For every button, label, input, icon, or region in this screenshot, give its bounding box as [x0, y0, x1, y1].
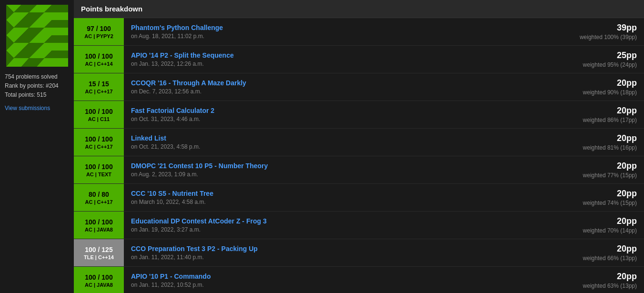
problem-info: CCO Preparation Test 3 P2 - Packing Up o…: [124, 239, 549, 266]
score-block: 100 / 100 AC | C++17: [74, 129, 124, 156]
points-main: 25pp: [617, 51, 637, 61]
sidebar: 754 problems solved Rank by points: #204…: [0, 0, 74, 293]
points-main: 20pp: [617, 189, 637, 199]
points-block: 20pp weighted 70% (14pp): [549, 212, 644, 239]
problems-solved: 754 problems solved: [5, 72, 59, 81]
points-main: 20pp: [617, 216, 637, 226]
problem-name[interactable]: Fast Factorial Calculator 2: [131, 107, 542, 114]
rank: Rank by points: #204: [5, 81, 59, 91]
points-weighted: weighted 95% (24pp): [583, 61, 637, 68]
points-block: 20pp weighted 66% (13pp): [549, 239, 644, 266]
score-fraction: 80 / 80: [89, 191, 109, 198]
table-row: 100 / 100 AC | JAVA8 APIO '10 P1 - Comma…: [74, 267, 644, 293]
points-block: 20pp weighted 74% (15pp): [549, 184, 644, 211]
score-block: 100 / 100 AC | C++14: [74, 46, 124, 73]
score-lang: AC | C++17: [85, 89, 112, 94]
points-block: 20pp weighted 86% (17pp): [549, 101, 644, 128]
points-main: 20pp: [617, 106, 637, 116]
problem-name[interactable]: APIO '14 P2 - Split the Sequence: [131, 51, 542, 59]
score-block: 100 / 100 AC | TEXT: [74, 156, 124, 183]
problem-name[interactable]: CCOQR '16 - Through A Maze Darkly: [131, 79, 542, 87]
table-row: 100 / 100 AC | C++14 APIO '14 P2 - Split…: [74, 46, 644, 73]
table-row: 97 / 100 AC | PYPY2 Phantom's Python Cha…: [74, 18, 644, 46]
points-block: 20pp weighted 90% (18pp): [549, 73, 644, 101]
score-lang: AC | JAVA8: [85, 282, 113, 288]
points-main: 20pp: [617, 161, 637, 171]
score-fraction: 100 / 125: [85, 246, 112, 253]
score-lang: AC | PYPY2: [84, 33, 113, 39]
problem-info: APIO '14 P2 - Split the Sequence on Jan.…: [124, 46, 549, 73]
score-fraction: 100 / 100: [85, 218, 112, 226]
points-weighted: weighted 63% (13pp): [583, 283, 637, 289]
points-block: 39pp weighted 100% (39pp): [549, 18, 644, 45]
problem-date: on Oct. 21, 2023, 4:58 p.m.: [131, 143, 542, 150]
view-submissions-link[interactable]: View submissions: [5, 105, 50, 111]
points-main: 20pp: [617, 133, 637, 143]
score-lang: AC | C++17: [85, 199, 112, 205]
table-row: 100 / 100 AC | C11 Fast Factorial Calcul…: [74, 101, 644, 129]
main-content: Points breakdown 97 / 100 AC | PYPY2 Pha…: [74, 0, 644, 293]
section-header: Points breakdown: [74, 0, 644, 18]
table-row: 100 / 100 AC | C++17 Linked List on Oct.…: [74, 129, 644, 156]
points-weighted: weighted 86% (17pp): [583, 117, 637, 123]
score-block: 15 / 15 AC | C++17: [74, 73, 124, 101]
problem-date: on Dec. 7, 2023, 12:56 a.m.: [131, 88, 542, 95]
problem-date: on Aug. 2, 2023, 1:09 a.m.: [131, 171, 542, 178]
problem-name[interactable]: CCC '10 S5 - Nutrient Tree: [131, 190, 542, 197]
table-row: 15 / 15 AC | C++17 CCOQR '16 - Through A…: [74, 73, 644, 101]
score-lang: TLE | C++14: [84, 254, 114, 260]
problem-name[interactable]: APIO '10 P1 - Commando: [131, 273, 542, 280]
points-block: 25pp weighted 95% (24pp): [549, 46, 644, 73]
problem-info: Phantom's Python Challenge on Aug. 18, 2…: [124, 18, 549, 45]
points-main: 20pp: [617, 272, 637, 282]
problem-date: on Oct. 31, 2023, 4:46 a.m.: [131, 116, 542, 122]
problem-date: on Jan. 11, 2022, 10:52 p.m.: [131, 282, 542, 288]
points-main: 20pp: [617, 78, 637, 88]
table-row: 80 / 80 AC | C++17 CCC '10 S5 - Nutrient…: [74, 184, 644, 212]
problem-date: on Jan. 13, 2022, 12:26 a.m.: [131, 61, 542, 67]
points-main: 39pp: [617, 23, 637, 33]
problem-info: Linked List on Oct. 21, 2023, 4:58 p.m.: [124, 129, 549, 156]
problem-name[interactable]: DMOPC '21 Contest 10 P5 - Number Theory: [131, 162, 542, 170]
problem-name[interactable]: Phantom's Python Challenge: [131, 24, 542, 31]
problem-name[interactable]: Linked List: [131, 134, 542, 142]
points-main: 20pp: [617, 244, 637, 254]
score-block: 100 / 100 AC | JAVA8: [74, 267, 124, 293]
score-fraction: 100 / 100: [85, 52, 112, 60]
problem-list: 97 / 100 AC | PYPY2 Phantom's Python Cha…: [74, 18, 644, 293]
score-lang: AC | TEXT: [86, 172, 111, 177]
problem-date: on March 10, 2022, 4:58 a.m.: [131, 199, 542, 205]
score-lang: AC | C++14: [85, 61, 112, 67]
score-lang: AC | C++17: [85, 144, 112, 150]
score-lang: AC | JAVA8: [85, 227, 113, 232]
score-fraction: 15 / 15: [89, 80, 109, 88]
score-fraction: 100 / 100: [85, 135, 112, 143]
table-row: 100 / 125 TLE | C++14 CCO Preparation Te…: [74, 239, 644, 267]
score-block: 100 / 100 AC | JAVA8: [74, 212, 124, 239]
problem-info: APIO '10 P1 - Commando on Jan. 11, 2022,…: [124, 267, 549, 293]
points-weighted: weighted 100% (39pp): [580, 34, 637, 40]
table-row: 100 / 100 AC | TEXT DMOPC '21 Contest 10…: [74, 156, 644, 184]
problem-date: on Aug. 18, 2021, 11:02 p.m.: [131, 33, 542, 40]
points-block: 20pp weighted 77% (15pp): [549, 156, 644, 183]
score-block: 80 / 80 AC | C++17: [74, 184, 124, 211]
points-weighted: weighted 70% (14pp): [583, 227, 637, 234]
avatar: [6, 5, 68, 67]
score-fraction: 100 / 100: [85, 273, 112, 281]
table-row: 100 / 100 AC | JAVA8 Educational DP Cont…: [74, 212, 644, 239]
points-weighted: weighted 77% (15pp): [583, 172, 637, 179]
problem-info: DMOPC '21 Contest 10 P5 - Number Theory …: [124, 156, 549, 183]
score-fraction: 100 / 100: [85, 108, 112, 115]
score-block: 100 / 100 AC | C11: [74, 101, 124, 128]
problem-info: CCC '10 S5 - Nutrient Tree on March 10, …: [124, 184, 549, 211]
problem-name[interactable]: Educational DP Contest AtCoder Z - Frog …: [131, 217, 542, 225]
score-fraction: 97 / 100: [87, 25, 111, 32]
points-weighted: weighted 66% (13pp): [583, 255, 637, 262]
user-stats: 754 problems solved Rank by points: #204…: [5, 72, 59, 100]
points-weighted: weighted 81% (16pp): [583, 144, 637, 151]
score-block: 97 / 100 AC | PYPY2: [74, 18, 124, 45]
points-block: 20pp weighted 81% (16pp): [549, 129, 644, 156]
problem-name[interactable]: CCO Preparation Test 3 P2 - Packing Up: [131, 245, 542, 253]
total-points: Total points: 515: [5, 91, 59, 100]
points-block: 20pp weighted 63% (13pp): [549, 267, 644, 293]
